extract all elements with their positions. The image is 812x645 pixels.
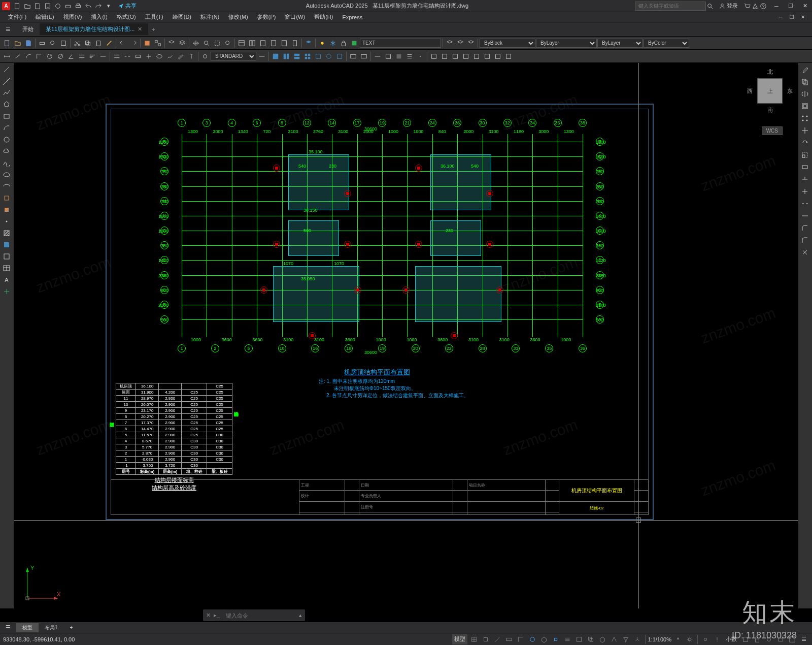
explode-icon[interactable] (799, 247, 810, 258)
xref-icon[interactable] (503, 51, 514, 61)
viewport-clip-icon[interactable] (334, 51, 345, 61)
namedview-icon[interactable] (359, 51, 369, 61)
color-icon[interactable] (349, 38, 359, 48)
selection-filter-icon[interactable] (621, 634, 631, 644)
dimupdate-icon[interactable] (200, 51, 210, 61)
menu-format[interactable]: 格式(O) (113, 12, 140, 22)
chamfer-icon[interactable] (799, 222, 810, 234)
3dosnap-icon[interactable] (597, 634, 607, 644)
new-icon[interactable] (13, 2, 21, 10)
scale-icon[interactable] (799, 149, 810, 160)
layer-icon[interactable] (166, 38, 177, 48)
calc-icon[interactable] (290, 38, 300, 48)
dim-radius-icon[interactable] (45, 51, 55, 61)
paste-icon[interactable] (93, 38, 104, 48)
tab-layout1[interactable]: 布局1 (39, 623, 64, 632)
layout-menu-icon[interactable]: ☰ (2, 622, 14, 634)
jogged-icon[interactable] (165, 51, 175, 61)
point-icon[interactable] (1, 216, 12, 227)
color-dropdown[interactable]: ByBlock (480, 39, 535, 48)
close-button[interactable]: ✕ (800, 2, 810, 11)
snap-toggle-icon[interactable] (481, 634, 491, 644)
layermatch-icon[interactable] (466, 38, 476, 48)
transparency-icon[interactable] (574, 634, 584, 644)
centermark-icon[interactable] (144, 51, 154, 61)
dim-space-icon[interactable] (112, 51, 122, 61)
open-icon[interactable] (23, 2, 31, 10)
viewport4-icon[interactable] (302, 51, 313, 61)
redo-icon[interactable] (128, 38, 139, 48)
join-icon[interactable] (799, 210, 810, 221)
table-icon[interactable] (1, 263, 12, 274)
erase-icon[interactable] (799, 64, 810, 75)
arc-icon[interactable] (1, 122, 12, 134)
dim-angular-icon[interactable] (66, 51, 76, 61)
dim-continue-icon[interactable] (98, 51, 108, 61)
properties-icon[interactable] (236, 38, 247, 48)
image-clip-icon[interactable] (493, 51, 503, 61)
dim-break-icon[interactable] (122, 51, 132, 61)
undo-icon[interactable] (84, 2, 92, 10)
ref-attach-icon[interactable] (429, 51, 439, 61)
ref-edit-icon[interactable] (471, 51, 482, 61)
sun-icon[interactable] (317, 38, 327, 48)
hatch-icon[interactable] (1, 228, 12, 239)
tolerance-icon[interactable] (133, 51, 143, 61)
group-icon[interactable] (153, 38, 163, 48)
move-icon[interactable] (799, 125, 810, 136)
insert-icon[interactable] (1, 192, 12, 204)
revcloud-icon[interactable] (1, 146, 12, 157)
share-button[interactable]: 共享 (115, 2, 140, 10)
workspace-icon[interactable] (700, 634, 710, 644)
cut-icon[interactable] (72, 38, 82, 48)
pan-icon[interactable] (191, 38, 201, 48)
menu-tools[interactable]: 工具(T) (141, 12, 167, 22)
plotstyle-dropdown[interactable]: ByColor (644, 39, 689, 48)
extend-icon[interactable] (799, 186, 810, 197)
annoscale-icon[interactable] (673, 634, 683, 644)
menu-window[interactable]: 窗口(W) (281, 12, 309, 22)
menu-draw[interactable]: 绘图(D) (168, 12, 195, 22)
doc-restore-button[interactable]: ❐ (787, 13, 797, 22)
tab-document[interactable]: 某11层框架剪力墙住宅结构设计图...✕ (40, 23, 148, 35)
ellipse-icon[interactable] (1, 169, 12, 180)
mtext-icon[interactable]: A (1, 274, 12, 285)
region-icon[interactable] (394, 51, 404, 61)
dim-arc-icon[interactable] (23, 51, 33, 61)
stretch-icon[interactable] (799, 162, 810, 173)
addselected-icon[interactable] (1, 286, 12, 297)
login-button[interactable]: 登录 (719, 2, 738, 10)
open-icon[interactable] (13, 38, 23, 48)
copy-icon[interactable] (83, 38, 93, 48)
block-icon[interactable] (1, 204, 12, 215)
spline-icon[interactable] (1, 157, 12, 169)
ref-bind-icon[interactable] (450, 51, 460, 61)
layers-panel-icon[interactable] (303, 38, 314, 48)
tab-model[interactable]: 模型 (16, 623, 39, 632)
polygon-icon[interactable] (1, 99, 12, 110)
ducs-icon[interactable] (609, 634, 619, 644)
rectangle-icon[interactable] (1, 111, 12, 122)
break-icon[interactable] (799, 198, 810, 209)
undo-icon[interactable] (118, 38, 128, 48)
annotation-monitor-icon[interactable] (712, 634, 722, 644)
menu-help[interactable]: 帮助(H) (310, 12, 337, 22)
ellipsearc-icon[interactable] (1, 181, 12, 192)
gradient-icon[interactable] (1, 239, 12, 250)
menu-dimension[interactable]: 标注(N) (196, 12, 223, 22)
menu-file[interactable]: 文件(F) (4, 12, 30, 22)
polar-toggle-icon[interactable] (527, 634, 537, 644)
web-icon[interactable] (54, 2, 62, 10)
gizmo-icon[interactable] (632, 634, 642, 644)
drawing-canvas[interactable]: znzmo.com znzmo.com znzmo.com znzmo.com … (14, 63, 798, 608)
menu-param[interactable]: 参数(P) (253, 12, 280, 22)
help-icon[interactable]: ? (759, 2, 767, 10)
lwt-toggle-icon[interactable] (562, 634, 572, 644)
id-icon[interactable] (415, 51, 425, 61)
menu-insert[interactable]: 插入(I) (87, 12, 111, 22)
circle-icon[interactable] (1, 134, 12, 145)
command-line[interactable]: ✕ ▸_ ▴ (203, 609, 305, 621)
area-icon[interactable] (383, 51, 393, 61)
cmd-close-icon[interactable]: ✕ (206, 612, 211, 619)
dim-aligned-icon[interactable] (13, 51, 23, 61)
